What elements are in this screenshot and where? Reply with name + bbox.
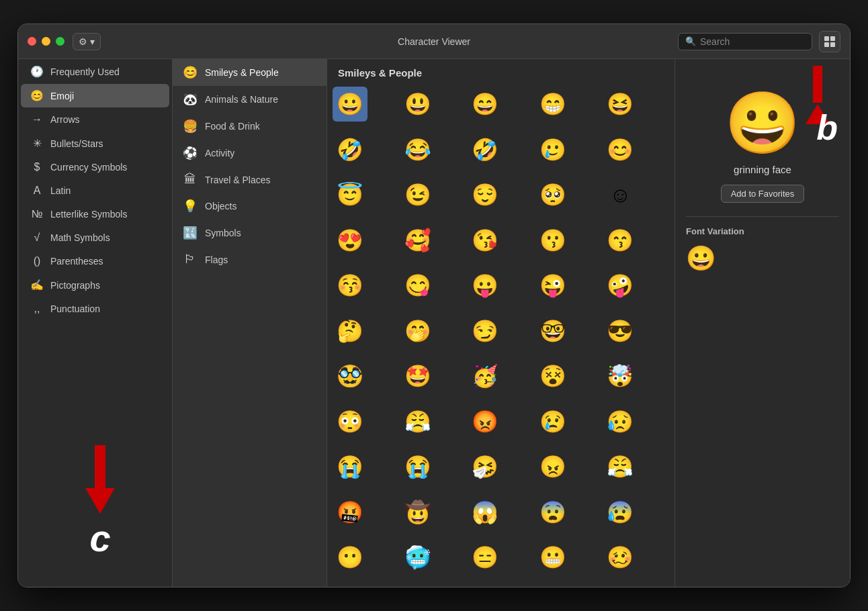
emoji-cell[interactable]: 🤬	[333, 495, 367, 530]
emoji-cell[interactable]: 😄	[468, 87, 503, 122]
emoji-cell[interactable]: 🤣	[333, 132, 367, 167]
sidebar-item-emoji[interactable]: 😊 Emoji	[21, 84, 169, 107]
middle-item-symbols[interactable]: 🔣 Symbols	[173, 220, 327, 246]
window-body: 🕐 Frequently Used 😊 Emoji → Arrows ✳ Bul…	[18, 59, 850, 587]
gear-icon: ⚙	[79, 36, 87, 47]
middle-item-icon-travel-places: 🏛	[182, 173, 198, 187]
middle-item-food-drink[interactable]: 🍔 Food & Drink	[173, 113, 327, 140]
emoji-cell[interactable]: 😘	[468, 223, 503, 258]
sidebar-item-latin[interactable]: A Latin	[21, 179, 169, 202]
emoji-cell[interactable]: 😗	[535, 223, 570, 258]
character-viewer-window: ⚙ ▾ Character Viewer 🔍 Search	[17, 23, 851, 588]
emoji-cell[interactable]: 😳	[333, 404, 367, 439]
emoji-cell[interactable]: 😃	[400, 87, 435, 122]
emoji-cell[interactable]: 🤧	[468, 449, 503, 484]
sidebar-item-icon-pictographs: ✍	[30, 279, 44, 291]
sidebar-item-icon-punctuation: ,,	[30, 303, 44, 315]
middle-item-icon-food-drink: 🍔	[182, 119, 198, 134]
emoji-cell[interactable]: 😨	[535, 495, 570, 530]
emoji-cell[interactable]: 🥸	[333, 359, 367, 393]
sidebar-item-currency-symbols[interactable]: $ Currency Symbols	[21, 156, 169, 179]
middle-item-icon-smileys-people: 😊	[182, 65, 198, 80]
minimize-button[interactable]	[42, 37, 50, 46]
emoji-grid-header: Smileys & People	[327, 59, 675, 84]
emoji-cell[interactable]: 🤪	[603, 268, 638, 303]
emoji-cell[interactable]: 😭	[400, 449, 435, 484]
emoji-cell[interactable]: 😚	[333, 268, 367, 303]
emoji-cell[interactable]: 😠	[535, 449, 570, 484]
sidebar-item-icon-letterlike-symbols: №	[30, 208, 44, 220]
emoji-cell[interactable]: 🥴	[603, 540, 638, 575]
sidebar-item-math-symbols[interactable]: √ Math Symbols	[21, 226, 169, 249]
sidebar-item-icon-math-symbols: √	[30, 232, 44, 244]
svg-rect-0	[824, 36, 829, 41]
emoji-cell[interactable]: 🤭	[400, 314, 435, 348]
search-bar[interactable]: 🔍 Search	[678, 33, 812, 50]
emoji-cell[interactable]: 😤	[603, 449, 638, 484]
emoji-cell[interactable]: 😎	[603, 314, 638, 348]
font-variation-emoji[interactable]: 😀	[686, 244, 716, 273]
sidebar-item-label-parentheses: Parentheses	[50, 256, 103, 267]
emoji-cell[interactable]: 🤣	[468, 132, 503, 167]
emoji-cell[interactable]: 😁	[535, 87, 570, 122]
emoji-cell[interactable]: 😌	[468, 177, 503, 212]
window-title: Character Viewer	[398, 36, 470, 47]
sidebar-item-icon-latin: A	[30, 185, 44, 197]
add-to-favorites-button[interactable]: Add to Favorites	[721, 185, 805, 203]
emoji-cell[interactable]: 🥲	[535, 132, 570, 167]
emoji-cell[interactable]: 😡	[468, 404, 503, 439]
middle-item-travel-places[interactable]: 🏛 Travel & Places	[173, 167, 327, 193]
middle-item-icon-symbols: 🔣	[182, 226, 198, 240]
emoji-cell[interactable]: 😍	[333, 223, 367, 258]
emoji-cell[interactable]: ☺️	[603, 177, 638, 212]
emoji-cell[interactable]: 😑	[468, 540, 503, 575]
maximize-button[interactable]	[56, 37, 64, 46]
emoji-cell[interactable]: 😊	[603, 132, 638, 167]
emoji-cell[interactable]: 😜	[535, 268, 570, 303]
emoji-cell[interactable]: 😤	[400, 404, 435, 439]
middle-item-activity[interactable]: ⚽ Activity	[173, 140, 327, 167]
emoji-cell[interactable]: 😭	[333, 449, 367, 484]
emoji-cell[interactable]: 🥳	[468, 359, 503, 393]
emoji-cell[interactable]: 😰	[603, 495, 638, 530]
emoji-cell[interactable]: 🥰	[400, 223, 435, 258]
emoji-cell[interactable]: 😱	[468, 495, 503, 530]
emoji-cell[interactable]: 🤠	[400, 495, 435, 530]
settings-button[interactable]: ⚙ ▾	[73, 33, 101, 50]
middle-item-animals-nature[interactable]: 🐼 Animals & Nature	[173, 86, 327, 113]
search-icon: 🔍	[685, 36, 696, 46]
middle-item-smileys-people[interactable]: 😊 Smileys & People	[173, 59, 327, 86]
emoji-cell[interactable]: 🤯	[603, 359, 638, 393]
sidebar-item-punctuation[interactable]: ,, Punctuation	[21, 297, 169, 320]
emoji-cell[interactable]: 🤩	[400, 359, 435, 393]
emoji-cell[interactable]: 😏	[468, 314, 503, 348]
emoji-cell[interactable]: 😶	[333, 540, 367, 575]
emoji-cell[interactable]: 😉	[400, 177, 435, 212]
emoji-cell[interactable]: 🥶	[400, 540, 435, 575]
emoji-cell[interactable]: 😀	[333, 87, 367, 122]
middle-item-objects[interactable]: 💡 Objects	[173, 193, 327, 220]
sidebar-item-parentheses[interactable]: () Parentheses	[21, 250, 169, 273]
emoji-cell[interactable]: 😇	[333, 177, 367, 212]
grid-view-button[interactable]	[819, 31, 840, 52]
sidebar-item-letterlike-symbols[interactable]: № Letterlike Symbols	[21, 203, 169, 226]
sidebar-item-pictographs[interactable]: ✍ Pictographs	[21, 273, 169, 297]
emoji-cell[interactable]: 🤓	[535, 314, 570, 348]
emoji-cell[interactable]: 🥺	[535, 177, 570, 212]
emoji-cell[interactable]: 😙	[603, 223, 638, 258]
emoji-cell[interactable]: 😋	[400, 268, 435, 303]
sidebar-item-bullets-stars[interactable]: ✳ Bullets/Stars	[21, 132, 169, 155]
emoji-cell[interactable]: 😢	[535, 404, 570, 439]
emoji-cell[interactable]: 😛	[468, 268, 503, 303]
titlebar-right: 🔍 Search	[678, 31, 840, 52]
emoji-cell[interactable]: 😵	[535, 359, 570, 393]
emoji-cell[interactable]: 😂	[400, 132, 435, 167]
emoji-cell[interactable]: 😬	[535, 540, 570, 575]
emoji-cell[interactable]: 🤔	[333, 314, 367, 348]
sidebar-item-arrows[interactable]: → Arrows	[21, 108, 169, 131]
sidebar-item-frequently-used[interactable]: 🕐 Frequently Used	[21, 60, 169, 83]
emoji-cell[interactable]: 😆	[603, 87, 638, 122]
middle-item-flags[interactable]: 🏳 Flags	[173, 246, 327, 273]
close-button[interactable]	[28, 37, 36, 46]
emoji-cell[interactable]: 😥	[603, 404, 638, 439]
